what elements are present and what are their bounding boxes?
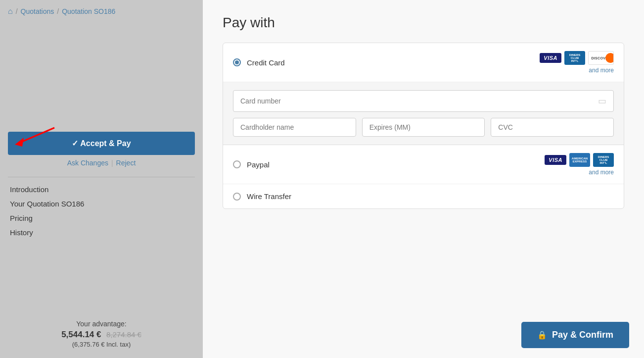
breadcrumb-current: Quotation SO186	[62, 7, 115, 15]
paypal-radio[interactable]	[233, 160, 241, 168]
expires-input[interactable]	[362, 118, 485, 137]
pay-confirm-button[interactable]: 🔒 Pay & Confirm	[521, 322, 629, 348]
wire-transfer-option[interactable]: Wire Transfer	[223, 184, 624, 208]
nav-item-quotation[interactable]: Your Quotation SO186	[10, 200, 193, 208]
pay-confirm-label: Pay & Confirm	[552, 330, 613, 340]
diners-logo-pp: DINERSCLUBINT'L	[593, 153, 614, 167]
amex-logo-pp: AMERICANEXPRESS	[569, 153, 590, 167]
paypal-label: Paypal	[247, 160, 270, 169]
sidebar: ⌂ / Quotations / Quotation SO186 ✓ Accep…	[0, 0, 203, 358]
paypal-and-more[interactable]: and more	[589, 169, 614, 176]
diners-logo-cc: DINERSCLUBINT'L	[564, 51, 585, 65]
credit-card-left: Credit Card	[233, 58, 285, 67]
breadcrumb-sep2: /	[57, 7, 59, 15]
sidebar-advantage: Your advantage: 5,544.14 € 8,274.84 € (6…	[8, 312, 195, 358]
price-main: 5,544.14 €	[61, 330, 101, 339]
lock-icon: 🔒	[537, 330, 547, 340]
credit-card-radio[interactable]	[233, 58, 241, 66]
paypal-option[interactable]: Paypal VISA AMERICANEXPRESS DINERSCLUBIN…	[223, 145, 624, 184]
main-content: Pay with Credit Card VISA DINERSCLUBINT'…	[203, 0, 644, 358]
wire-transfer-radio[interactable]	[233, 193, 241, 201]
credit-card-and-more[interactable]: and more	[589, 67, 614, 74]
payment-options-card: Credit Card VISA DINERSCLUBINT'L DISCOVE…	[223, 43, 624, 209]
card-number-row: ▭	[233, 90, 614, 112]
wire-transfer-left: Wire Transfer	[233, 192, 291, 201]
breadcrumb-quotations[interactable]: Quotations	[21, 7, 54, 15]
card-details-row	[233, 118, 614, 137]
price-strikethrough: 8,274.84 €	[106, 330, 141, 339]
sidebar-nav: Introduction Your Quotation SO186 Pricin…	[8, 177, 195, 245]
card-form-section: ▭	[223, 82, 624, 145]
breadcrumb-sep1: /	[16, 7, 18, 15]
price-tax: (6,375.76 € Incl. tax)	[10, 341, 193, 348]
accept-pay-button[interactable]: ✓ Accept & Pay	[8, 132, 195, 155]
reject-button[interactable]: Reject	[114, 159, 138, 167]
card-details-inputs	[233, 118, 614, 137]
discover-logo-cc: DISCOVER	[588, 51, 614, 65]
advantage-label: Your advantage:	[10, 320, 193, 328]
paypal-right: VISA AMERICANEXPRESS DINERSCLUBINT'L and…	[545, 153, 614, 176]
nav-item-pricing[interactable]: Pricing	[10, 214, 193, 222]
visa-logo-pp: VISA	[545, 155, 566, 165]
card-number-container: ▭	[233, 90, 614, 112]
visa-logo-cc: VISA	[540, 53, 561, 63]
wire-transfer-label: Wire Transfer	[247, 192, 291, 201]
card-number-input[interactable]	[240, 97, 598, 105]
credit-card-logos: VISA DINERSCLUBINT'L DISCOVER	[540, 51, 614, 65]
paypal-left: Paypal	[233, 160, 270, 169]
home-icon[interactable]: ⌂	[8, 7, 13, 16]
cvc-input[interactable]	[491, 118, 614, 137]
cardholder-name-input[interactable]	[233, 118, 356, 137]
credit-card-label: Credit Card	[247, 58, 285, 67]
card-chip-icon: ▭	[598, 96, 606, 106]
paypal-logos: VISA AMERICANEXPRESS DINERSCLUBINT'L	[545, 153, 614, 167]
credit-card-option[interactable]: Credit Card VISA DINERSCLUBINT'L DISCOVE…	[223, 43, 624, 82]
sidebar-content: ✓ Accept & Pay Ask Changes | Reject Intr…	[0, 23, 203, 358]
accept-pay-label: ✓ Accept & Pay	[72, 139, 131, 148]
sidebar-link-sep: |	[110, 159, 114, 167]
nav-item-history[interactable]: History	[10, 228, 193, 237]
nav-item-introduction[interactable]: Introduction	[10, 185, 193, 194]
page-title: Pay with	[223, 15, 624, 31]
ask-changes-button[interactable]: Ask Changes	[65, 159, 110, 167]
breadcrumb: ⌂ / Quotations / Quotation SO186	[0, 0, 203, 23]
credit-card-right: VISA DINERSCLUBINT'L DISCOVER and more	[540, 51, 614, 74]
advantage-price-row: 5,544.14 € 8,274.84 €	[10, 330, 193, 340]
sidebar-links: Ask Changes | Reject	[8, 159, 195, 167]
